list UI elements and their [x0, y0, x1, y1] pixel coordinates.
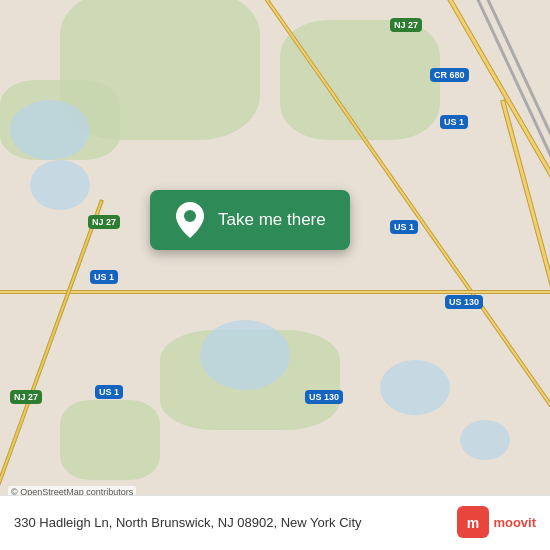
location-pin-icon: [176, 202, 204, 238]
shield-cr680: CR 680: [430, 68, 469, 82]
water-area: [460, 420, 510, 460]
water-area: [200, 320, 290, 390]
green-area: [280, 20, 440, 140]
svg-text:m: m: [467, 515, 479, 531]
pin-icon-container: [174, 204, 206, 236]
shield-us1-mid: US 1: [90, 270, 118, 284]
shield-us1-top: US 1: [440, 115, 468, 129]
map-container: NJ 27 CR 680 US 1 US 1 US 1 NJ 27 US 130…: [0, 0, 550, 550]
shield-us1-bottom: US 1: [95, 385, 123, 399]
shield-us130-bottom: US 130: [305, 390, 343, 404]
take-me-there-popup[interactable]: Take me there: [150, 190, 350, 250]
shield-nj27-bottom: NJ 27: [10, 390, 42, 404]
take-me-there-label[interactable]: Take me there: [218, 210, 326, 230]
water-area: [30, 160, 90, 210]
shield-nj27-left: NJ 27: [88, 215, 120, 229]
shield-nj27-top: NJ 27: [390, 18, 422, 32]
green-area: [60, 400, 160, 480]
address-text: 330 Hadleigh Ln, North Brunswick, NJ 089…: [14, 515, 457, 530]
shield-us1-right: US 1: [390, 220, 418, 234]
shield-us130-right: US 130: [445, 295, 483, 309]
horiz-road: [0, 290, 550, 294]
moovit-icon: m: [457, 506, 489, 538]
water-area: [10, 100, 90, 160]
water-area: [380, 360, 450, 415]
moovit-logo: m moovit: [457, 506, 536, 538]
bottom-bar: 330 Hadleigh Ln, North Brunswick, NJ 089…: [0, 495, 550, 550]
svg-point-0: [184, 210, 196, 222]
moovit-text-label: moovit: [493, 515, 536, 530]
